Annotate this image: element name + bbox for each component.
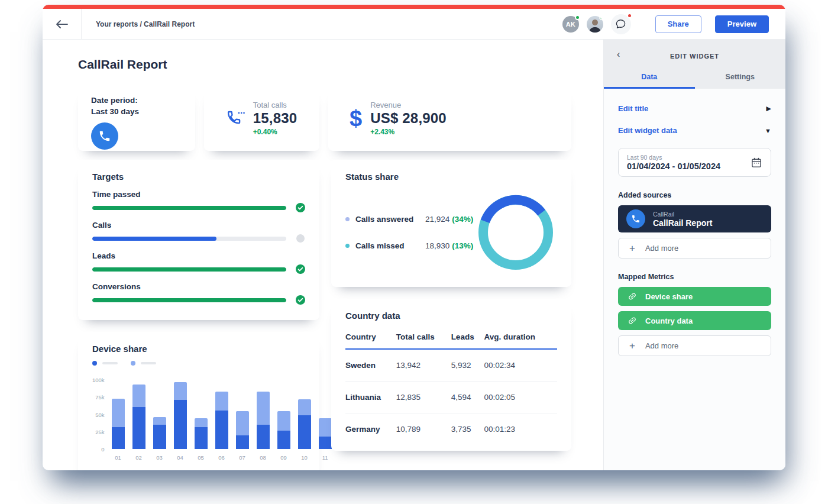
- donut-chart: [477, 193, 555, 272]
- x-tick-label: 04: [174, 454, 187, 461]
- edit-widget-data-row[interactable]: Edit widget data ▼: [618, 126, 771, 135]
- x-axis: 0102030405060708091011: [109, 454, 332, 461]
- country-table: CountryTotal callsLeadsAvg. duration Swe…: [345, 329, 557, 445]
- x-tick-label: 09: [277, 454, 290, 461]
- legend-dot: [92, 361, 97, 366]
- targets-card[interactable]: Targets Time passed Calls Leads: [78, 160, 319, 320]
- device-share-title: Device share: [92, 344, 305, 354]
- kpi-label: Total calls: [253, 101, 297, 109]
- plus-icon: +: [629, 243, 635, 253]
- table-cell: 3,735: [451, 413, 484, 445]
- target-item: Leads: [92, 251, 305, 274]
- progress-bar: [92, 298, 286, 302]
- y-tick-label: 75k: [95, 395, 104, 400]
- target-item: Conversions: [92, 282, 305, 305]
- avatar-photo[interactable]: [587, 16, 603, 33]
- bar: [319, 418, 332, 449]
- source-card-callrail[interactable]: CallRail CallRail Report: [618, 205, 771, 232]
- table-cell: Sweden: [345, 349, 396, 382]
- device-share-card[interactable]: Device share 100k75k50k25k0: [78, 332, 319, 470]
- legend-item: [92, 361, 118, 366]
- x-tick-label: 07: [236, 454, 249, 461]
- legend-value: 21,924: [425, 215, 449, 224]
- revenue-card[interactable]: $ Revenue US$ 28,900 +2.43%: [328, 86, 571, 151]
- bar-segment-top: [195, 418, 208, 427]
- share-button[interactable]: Share: [655, 15, 701, 33]
- chevron-right-icon: ▶: [766, 105, 771, 112]
- edit-widget-panel: ‹ EDIT WIDGET Data Settings Edit title ▶…: [603, 40, 785, 470]
- phone-calls-icon: [227, 109, 245, 127]
- bar-segment-bottom: [174, 400, 187, 449]
- bar-segment-top: [132, 385, 145, 407]
- link-icon: [626, 314, 639, 328]
- column-header: Country: [345, 329, 396, 349]
- date-range-preset: Last 90 days: [627, 154, 720, 161]
- bar-segment-bottom: [319, 437, 332, 449]
- status-share-card[interactable]: Status share Calls answered 21,924 (34%)…: [331, 160, 571, 287]
- bars: [109, 381, 332, 449]
- panel-tabs: Data Settings: [604, 73, 785, 89]
- legend-dot: [345, 217, 350, 221]
- bar-segment-bottom: [195, 427, 208, 449]
- metric-country-data[interactable]: Country data: [618, 311, 771, 330]
- bar-segment-top: [236, 411, 249, 435]
- add-metric-button[interactable]: + Add more: [618, 335, 771, 356]
- bar-segment-top: [112, 399, 125, 427]
- y-tick-label: 100k: [92, 377, 105, 383]
- legend-placeholder: [141, 362, 156, 364]
- x-tick-label: 08: [257, 454, 270, 461]
- bar: [236, 411, 249, 449]
- country-data-card[interactable]: Country data CountryTotal callsLeadsAvg.…: [331, 299, 571, 451]
- legend-item: Calls answered 21,924 (34%): [345, 215, 477, 224]
- metric-label: Country data: [645, 316, 693, 325]
- back-button[interactable]: [43, 9, 82, 39]
- online-status-dot: [575, 15, 580, 20]
- chart-legend: [92, 361, 305, 366]
- edit-title-link: Edit title: [618, 104, 648, 113]
- preview-button[interactable]: Preview: [715, 15, 769, 33]
- bar: [298, 399, 311, 449]
- edit-title-row[interactable]: Edit title ▶: [618, 104, 771, 113]
- bar: [195, 418, 208, 449]
- bar-segment-bottom: [112, 427, 125, 449]
- legend-label: Calls missed: [355, 241, 425, 250]
- legend-placeholder: [102, 362, 118, 364]
- date-period-card[interactable]: Date period: Last 30 days: [78, 86, 195, 151]
- table-cell: 00:02:05: [484, 382, 557, 413]
- add-source-button[interactable]: + Add more: [618, 238, 771, 259]
- tab-data[interactable]: Data: [604, 73, 695, 89]
- tab-settings[interactable]: Settings: [695, 73, 786, 89]
- bar-segment-top: [277, 411, 290, 431]
- table-cell: 13,942: [396, 349, 451, 382]
- total-calls-card[interactable]: Total calls 15,830 +0.40%: [204, 86, 319, 151]
- metric-device-share[interactable]: Device share: [618, 287, 771, 306]
- legend-dot: [131, 361, 135, 366]
- bar-segment-top: [298, 399, 311, 415]
- date-range-picker[interactable]: Last 90 days 01/04/2024 - 01/05/2024: [618, 148, 771, 177]
- metric-label: Device share: [645, 292, 693, 301]
- table-cell: 00:02:34: [484, 349, 557, 382]
- bar: [112, 399, 125, 449]
- target-label: Conversions: [92, 282, 305, 291]
- avatar-initials[interactable]: AK: [562, 16, 579, 33]
- check-icon: [296, 295, 305, 305]
- bar-segment-bottom: [257, 425, 270, 449]
- check-icon: [296, 264, 305, 274]
- bar-segment-bottom: [298, 415, 311, 450]
- kpi-value: US$ 28,900: [370, 110, 447, 127]
- date-period-value: Last 30 days: [91, 106, 182, 117]
- bar-segment-top: [257, 392, 270, 424]
- country-data-title: Country data: [345, 311, 557, 321]
- bar-segment-top: [174, 382, 187, 400]
- chat-bubble-icon: [615, 18, 626, 30]
- chat-button[interactable]: [611, 14, 631, 34]
- panel-back-button[interactable]: ‹: [617, 49, 620, 60]
- bar: [174, 382, 187, 449]
- link-icon: [626, 290, 639, 303]
- targets-title: Targets: [92, 172, 305, 182]
- progress-bar: [92, 267, 286, 272]
- table-row: Sweden13,9425,93200:02:34: [345, 349, 557, 382]
- x-tick-label: 06: [215, 454, 228, 461]
- add-more-label: Add more: [645, 244, 678, 253]
- status-share-title: Status share: [345, 172, 557, 182]
